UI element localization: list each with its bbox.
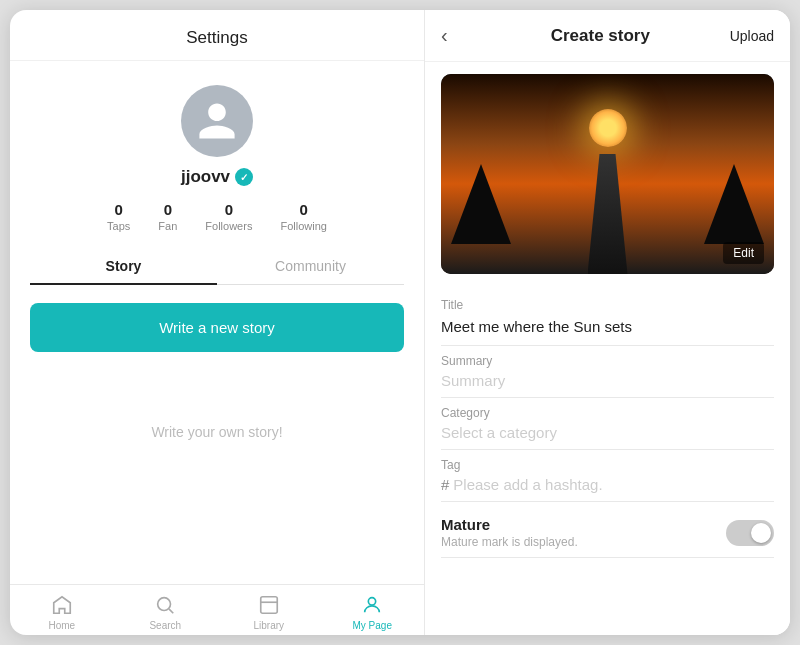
nav-mypage-label: My Page — [353, 620, 392, 631]
user-icon — [195, 99, 239, 143]
tag-label: Tag — [441, 458, 774, 472]
taps-label: Taps — [107, 220, 130, 232]
form-section: Title Meet me where the Sun sets Summary… — [425, 286, 790, 558]
tab-community[interactable]: Community — [217, 248, 404, 284]
upload-button[interactable]: Upload — [730, 28, 774, 44]
nav-home-label: Home — [48, 620, 75, 631]
write-btn-wrapper: Write a new story — [10, 285, 424, 364]
mature-field-group: Mature Mature mark is displayed. — [441, 502, 774, 558]
right-panel: ‹ Create story Upload Edit Title Meet me… — [425, 10, 790, 635]
search-icon — [153, 593, 177, 617]
nav-mypage[interactable]: My Page — [321, 593, 425, 631]
stat-followers: 0 Followers — [205, 201, 252, 232]
stat-taps: 0 Taps — [107, 201, 130, 232]
taps-count: 0 — [107, 201, 130, 218]
following-count: 0 — [280, 201, 326, 218]
mature-toggle[interactable] — [726, 520, 774, 546]
username-row: jjoovv — [181, 167, 253, 187]
category-label: Category — [441, 406, 774, 420]
home-icon — [50, 593, 74, 617]
nav-search[interactable]: Search — [114, 593, 218, 631]
tab-story[interactable]: Story — [30, 248, 217, 284]
app-container: Settings jjoovv 0 Taps 0 Fan — [10, 10, 790, 635]
stats-row: 0 Taps 0 Fan 0 Followers 0 Following — [107, 201, 327, 232]
title-field-group: Title Meet me where the Sun sets — [441, 290, 774, 346]
followers-label: Followers — [205, 220, 252, 232]
story-image-wrapper[interactable]: Edit — [441, 74, 774, 274]
summary-field-group: Summary Summary — [441, 346, 774, 398]
mature-info: Mature Mature mark is displayed. — [441, 516, 578, 549]
summary-input[interactable]: Summary — [441, 372, 774, 389]
svg-point-0 — [158, 598, 171, 611]
summary-label: Summary — [441, 354, 774, 368]
fan-count: 0 — [158, 201, 177, 218]
mature-title: Mature — [441, 516, 578, 533]
tag-field-group: Tag # Please add a hashtag. — [441, 450, 774, 502]
edit-image-button[interactable]: Edit — [723, 242, 764, 264]
verified-icon — [235, 168, 253, 186]
right-header: ‹ Create story Upload — [425, 10, 790, 62]
svg-point-4 — [369, 598, 376, 605]
category-select[interactable]: Select a category — [441, 424, 774, 441]
stat-fan: 0 Fan — [158, 201, 177, 232]
tag-row: # Please add a hashtag. — [441, 476, 774, 493]
nav-library-label: Library — [253, 620, 284, 631]
tag-input[interactable]: Please add a hashtag. — [453, 476, 602, 493]
right-content: Edit Title Meet me where the Sun sets Su… — [425, 62, 790, 635]
right-title: Create story — [471, 26, 730, 46]
title-value[interactable]: Meet me where the Sun sets — [441, 316, 774, 337]
svg-rect-2 — [261, 597, 278, 614]
svg-line-1 — [169, 609, 173, 613]
settings-header: Settings — [10, 10, 424, 61]
nav-search-label: Search — [149, 620, 181, 631]
profile-section: jjoovv 0 Taps 0 Fan 0 Followers 0 — [10, 61, 424, 248]
avatar — [181, 85, 253, 157]
nav-library[interactable]: Library — [217, 593, 321, 631]
stat-following: 0 Following — [280, 201, 326, 232]
following-label: Following — [280, 220, 326, 232]
empty-story-text: Write your own story! — [10, 424, 424, 440]
back-button[interactable]: ‹ — [441, 24, 471, 47]
library-icon — [257, 593, 281, 617]
hash-symbol: # — [441, 476, 449, 493]
bottom-nav: Home Search Library — [10, 584, 424, 635]
username: jjoovv — [181, 167, 230, 187]
category-field-group: Category Select a category — [441, 398, 774, 450]
title-label: Title — [441, 298, 774, 312]
fan-label: Fan — [158, 220, 177, 232]
tabs-row: Story Community — [30, 248, 404, 285]
write-new-story-button[interactable]: Write a new story — [30, 303, 404, 352]
sun-element — [589, 109, 627, 147]
nav-home[interactable]: Home — [10, 593, 114, 631]
followers-count: 0 — [205, 201, 252, 218]
left-panel: Settings jjoovv 0 Taps 0 Fan — [10, 10, 425, 635]
mypage-icon — [360, 593, 384, 617]
toggle-knob — [751, 523, 771, 543]
mature-subtitle: Mature mark is displayed. — [441, 535, 578, 549]
